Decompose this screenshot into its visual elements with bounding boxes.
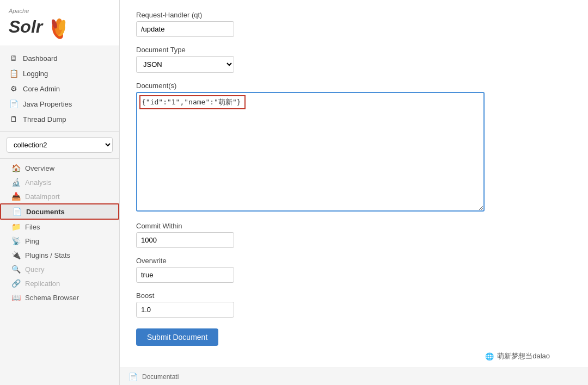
document-type-group: Document Type JSON XML CSV <box>136 46 572 73</box>
boost-label: Boost <box>136 291 572 300</box>
sidebar-item-documents-label: Documents <box>26 208 65 216</box>
core-admin-icon: ⚙ <box>9 84 19 93</box>
files-icon: 📁 <box>11 222 21 231</box>
commit-within-label: Commit Within <box>136 222 572 230</box>
thread-dump-icon: 🗒 <box>9 115 19 123</box>
documents-textarea-wrapper: {"id":"1","name":"萌新"} {"id":"1","name":… <box>136 92 485 213</box>
commit-within-input[interactable] <box>136 232 234 248</box>
sidebar-item-java-properties-label: Java Properties <box>23 100 72 108</box>
sidebar-item-dataimport-label: Dataimport <box>25 192 60 201</box>
sidebar-item-ping-label: Ping <box>25 237 39 245</box>
documents-textarea[interactable]: {"id":"1","name":"萌新"} <box>136 92 485 212</box>
logging-icon: 📋 <box>9 69 19 78</box>
document-footer-icon: 📄 <box>128 372 138 381</box>
request-handler-group: Request-Handler (qt) <box>136 11 572 37</box>
sidebar-item-schema-browser[interactable]: 📖 Schema Browser <box>0 290 119 305</box>
document-type-select[interactable]: JSON XML CSV <box>136 56 234 73</box>
top-nav: 🖥 Dashboard 📋 Logging ⚙ Core Admin 📄 Jav… <box>0 46 119 132</box>
boost-input[interactable] <box>136 302 234 318</box>
sidebar-item-schema-browser-label: Schema Browser <box>25 294 79 302</box>
sidebar-item-files-label: Files <box>25 223 40 231</box>
documents-label: Document(s) <box>136 82 572 90</box>
sidebar-item-logging-label: Logging <box>23 70 48 78</box>
sidebar-item-replication-label: Replication <box>25 280 60 288</box>
bottom-bar: 📄 Documentati <box>120 368 588 385</box>
overwrite-group: Overwrite <box>136 257 572 283</box>
replication-icon: 🔗 <box>11 279 21 288</box>
sidebar-item-plugins-stats[interactable]: 🔌 Plugins / Stats <box>0 248 119 262</box>
document-type-label: Document Type <box>136 46 572 54</box>
commit-within-group: Commit Within <box>136 222 572 248</box>
sidebar-item-dashboard-label: Dashboard <box>23 54 58 63</box>
sidebar-item-thread-dump[interactable]: 🗒 Thread Dump <box>0 111 119 127</box>
java-properties-icon: 📄 <box>9 100 19 108</box>
logo-area: Apache Solr <box>0 0 119 46</box>
documents-group: Document(s) {"id":"1","name":"萌新"} {"id"… <box>136 82 572 213</box>
sidebar-item-files[interactable]: 📁 Files <box>0 220 119 234</box>
collection-nav: 🏠 Overview 🔬 Analysis 📥 Dataimport 📄 Doc… <box>0 159 119 307</box>
sidebar: Apache Solr <box>0 0 120 385</box>
ping-icon: 📡 <box>11 237 21 245</box>
sidebar-item-logging[interactable]: 📋 Logging <box>0 66 119 81</box>
sidebar-item-overview-label: Overview <box>25 164 54 172</box>
request-handler-input[interactable] <box>136 21 234 37</box>
query-icon: 🔍 <box>11 265 21 274</box>
solr-logo: Solr <box>9 13 111 40</box>
overwrite-label: Overwrite <box>136 257 572 265</box>
sidebar-item-core-admin-label: Core Admin <box>23 85 60 93</box>
dashboard-icon: 🖥 <box>9 54 19 63</box>
solr-text: Solr <box>9 17 42 37</box>
sidebar-item-thread-dump-label: Thread Dump <box>23 115 66 123</box>
sidebar-item-core-admin[interactable]: ⚙ Core Admin <box>0 81 119 96</box>
sidebar-item-analysis-label: Analysis <box>25 178 51 187</box>
sidebar-item-query-label: Query <box>25 265 44 274</box>
collection-dropdown[interactable]: collection2 collection1 <box>7 137 113 153</box>
dataimport-icon: 📥 <box>11 192 21 201</box>
footer-doc-label: Documentati <box>142 373 179 381</box>
sidebar-item-overview[interactable]: 🏠 Overview <box>0 161 119 175</box>
analysis-icon: 🔬 <box>11 178 21 187</box>
documents-icon: 📄 <box>12 207 22 216</box>
solr-flame-icon <box>46 13 70 40</box>
sidebar-item-java-properties[interactable]: 📄 Java Properties <box>0 96 119 111</box>
sidebar-item-ping[interactable]: 📡 Ping <box>0 234 119 248</box>
overwrite-input[interactable] <box>136 267 234 283</box>
sidebar-item-plugins-stats-label: Plugins / Stats <box>25 251 70 259</box>
overview-icon: 🏠 <box>11 164 21 172</box>
schema-browser-icon: 📖 <box>11 293 21 302</box>
collection-selector: collection2 collection1 <box>0 132 119 159</box>
submit-document-button[interactable]: Submit Document <box>136 328 218 346</box>
sidebar-item-documents[interactable]: 📄 Documents <box>0 203 119 220</box>
request-handler-label: Request-Handler (qt) <box>136 11 572 19</box>
sidebar-item-dataimport: 📥 Dataimport <box>0 189 119 203</box>
sidebar-item-analysis[interactable]: 🔬 Analysis <box>0 175 119 189</box>
plugins-stats-icon: 🔌 <box>11 251 21 259</box>
boost-group: Boost <box>136 291 572 318</box>
sidebar-item-query[interactable]: 🔍 Query <box>0 262 119 276</box>
sidebar-item-dashboard[interactable]: 🖥 Dashboard <box>0 51 119 66</box>
sidebar-item-replication[interactable]: 🔗 Replication <box>0 276 119 290</box>
main-content: Request-Handler (qt) Document Type JSON … <box>120 0 588 385</box>
